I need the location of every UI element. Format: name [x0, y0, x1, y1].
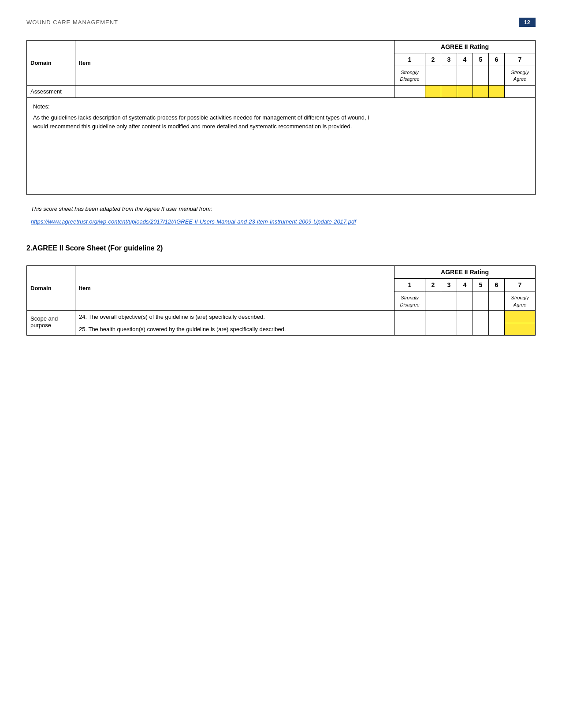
agree-table-1: Domain Item AGREE II Rating 1 2 3 4 5 6 …	[26, 40, 536, 98]
t2-r25-c7	[505, 323, 536, 335]
t2-item-header-label: Item	[79, 285, 91, 291]
col4-label-cell	[457, 66, 473, 86]
t2-col4-header: 4	[457, 279, 473, 291]
domain-cell: Assessment	[27, 85, 75, 97]
col5-label-cell	[473, 66, 489, 86]
page-header: WOUND CARE MANAGEMENT 12	[26, 18, 536, 27]
t2-item-header-cell: Item	[75, 266, 395, 311]
t2-r24-c1	[395, 310, 425, 323]
t2-r24-c2	[425, 310, 441, 323]
t2-col6-header: 6	[489, 279, 505, 291]
domain-header-label: Domain	[30, 60, 52, 66]
domain-header-cell: Domain	[27, 41, 75, 86]
t2-col6-label-cell	[489, 291, 505, 311]
col3-label-cell	[441, 66, 457, 86]
item-cell	[75, 85, 395, 97]
col2-label-cell	[425, 66, 441, 86]
t2-r25-c2	[425, 323, 441, 335]
col6-label-cell	[489, 66, 505, 86]
t2-col4-label-cell	[457, 291, 473, 311]
col6-header: 6	[489, 53, 505, 66]
rating-cell-4	[457, 85, 473, 97]
strongly-disagree-cell: Strongly Disagree	[395, 66, 425, 86]
item-header-cell: Item	[75, 41, 395, 86]
page-title: WOUND CARE MANAGEMENT	[26, 19, 118, 26]
t2-domain-header-label: Domain	[30, 285, 52, 291]
t2-col2-label-cell	[425, 291, 441, 311]
t2-r25-c3	[441, 323, 457, 335]
t2-r24-c4	[457, 310, 473, 323]
notes-section-1: Notes: As the guidelines lacks descripti…	[26, 98, 536, 195]
t2-r25-c5	[473, 323, 489, 335]
t2-r24-c7	[505, 310, 536, 323]
t2-col1-header: 1	[395, 279, 425, 291]
col3-header: 3	[441, 53, 457, 66]
t2-strongly-disagree-cell: Strongly Disagree	[395, 291, 425, 311]
t2-header-row-agree: Domain Item AGREE II Rating	[27, 266, 536, 279]
citation-link[interactable]: https://www.agreetrust.org/wp-content/up…	[31, 218, 356, 225]
col1-header: 1	[395, 53, 425, 66]
col2-header: 2	[425, 53, 441, 66]
t2-col7-header: 7	[505, 279, 536, 291]
rating-cell-2	[425, 85, 441, 97]
t2-col5-header: 5	[473, 279, 489, 291]
notes-text-1: As the guidelines lacks description of s…	[33, 113, 529, 132]
col5-header: 5	[473, 53, 489, 66]
t2-row-item24: Scope and purpose 24. The overall object…	[27, 310, 536, 323]
t2-agree-rating-header: AGREE II Rating	[395, 266, 536, 279]
t2-r24-c3	[441, 310, 457, 323]
t2-r25-c1	[395, 323, 425, 335]
t2-domain-header-cell: Domain	[27, 266, 75, 311]
t2-r25-c4	[457, 323, 473, 335]
t2-r24-c5	[473, 310, 489, 323]
t2-strongly-agree-cell: Strongly Agree	[505, 291, 536, 311]
citation-section: This score sheet has been adapted from t…	[26, 204, 536, 227]
t2-r25-c6	[489, 323, 505, 335]
section2-heading: 2.AGREE II Score Sheet (For guideline 2)	[26, 244, 536, 252]
agree-rating-header: AGREE II Rating	[395, 41, 536, 53]
agree-table-2: Domain Item AGREE II Rating 1 2 3 4 5 6 …	[26, 265, 536, 336]
col7-header: 7	[505, 53, 536, 66]
t2-item25-cell: 25. The health question(s) covered by th…	[75, 323, 395, 335]
t2-col3-label-cell	[441, 291, 457, 311]
t2-domain-scope: Scope and purpose	[27, 310, 75, 335]
rating-cell-6	[489, 85, 505, 97]
strongly-agree-cell: Strongly Agree	[505, 66, 536, 86]
t2-col5-label-cell	[473, 291, 489, 311]
notes-label: Notes:	[33, 103, 529, 110]
t2-item24-cell: 24. The overall objective(s) of the guid…	[75, 310, 395, 323]
rating-cell-5	[473, 85, 489, 97]
citation-line: This score sheet has been adapted from t…	[31, 204, 531, 214]
t2-col3-header: 3	[441, 279, 457, 291]
rating-cell-3	[441, 85, 457, 97]
header-row-agree-rating: Domain Item AGREE II Rating	[27, 41, 536, 53]
rating-cell-7	[505, 85, 536, 97]
rating-cell-1	[395, 85, 425, 97]
t2-row-item25: 25. The health question(s) covered by th…	[27, 323, 536, 335]
t2-col2-header: 2	[425, 279, 441, 291]
col4-header: 4	[457, 53, 473, 66]
page-number: 12	[519, 18, 536, 27]
t2-r24-c6	[489, 310, 505, 323]
item-header-label: Item	[79, 60, 91, 66]
table-row: Assessment	[27, 85, 536, 97]
